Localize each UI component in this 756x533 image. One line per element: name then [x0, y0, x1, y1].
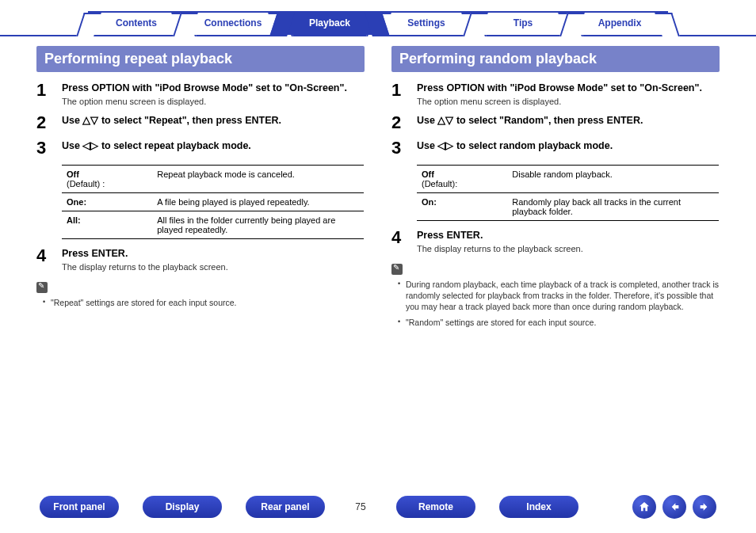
note-block: During random playback, each time playba… — [391, 261, 720, 329]
remote-button[interactable]: Remote — [396, 496, 475, 518]
column-random: Performing random playback 1 Press OPTIO… — [391, 46, 720, 333]
table-row: All: All files in the folder currently b… — [62, 211, 364, 238]
step-title: Use △▽ to select "Repeat", then press EN… — [62, 114, 365, 128]
note-item: During random playback, each time playba… — [398, 279, 720, 313]
step-number: 4 — [391, 229, 409, 253]
step-title: Use △▽ to select "Random", then press EN… — [417, 114, 720, 128]
table-row: Off(Default) : Repeat playback mode is c… — [62, 165, 364, 192]
step-number: 1 — [391, 82, 409, 106]
step-subtitle: The display returns to the playback scre… — [417, 244, 720, 253]
step-title: Press ENTER. — [417, 229, 720, 242]
note-item: "Repeat" settings are stored for each in… — [43, 297, 365, 308]
tab-connections[interactable]: Connections — [185, 11, 281, 35]
options-table-random: Off(Default): Disable random playback. O… — [417, 165, 719, 221]
index-button[interactable]: Index — [499, 496, 578, 518]
home-icon — [638, 501, 651, 513]
step-subtitle: The option menu screen is displayed. — [62, 97, 365, 106]
table-row: On: Randomly play back all tracks in the… — [417, 192, 719, 220]
step-number: 2 — [36, 114, 54, 131]
page-number: 75 — [349, 501, 372, 512]
step-title: Press OPTION with "iPod Browse Mode" set… — [417, 82, 720, 95]
step-number: 3 — [36, 139, 54, 157]
step-title: Press OPTION with "iPod Browse Mode" set… — [62, 82, 365, 95]
table-row: Off(Default): Disable random playback. — [417, 165, 719, 192]
column-repeat: Performing repeat playback 1 Press OPTIO… — [36, 46, 365, 333]
tab-playback[interactable]: Playback — [281, 11, 378, 35]
step-subtitle: The option menu screen is displayed. — [417, 97, 720, 106]
top-nav: Contents Connections Playback Settings T… — [0, 0, 756, 36]
table-row: One: A file being played is played repea… — [62, 192, 364, 211]
note-block: "Repeat" settings are stored for each in… — [36, 280, 365, 308]
display-button[interactable]: Display — [143, 496, 222, 518]
tab-appendix[interactable]: Appendix — [571, 11, 668, 35]
rear-panel-button[interactable]: Rear panel — [246, 496, 325, 518]
step-title: Use ◁▷ to select random playback mode. — [417, 139, 720, 153]
options-table-repeat: Off(Default) : Repeat playback mode is c… — [62, 165, 364, 239]
next-page-button[interactable] — [693, 495, 716, 519]
tab-settings[interactable]: Settings — [378, 11, 475, 35]
arrow-left-icon — [668, 501, 681, 513]
heading-random: Performing random playback — [391, 46, 720, 72]
arrow-right-icon — [698, 501, 711, 513]
front-panel-button[interactable]: Front panel — [40, 496, 119, 518]
step-subtitle: The display returns to the playback scre… — [62, 262, 365, 272]
heading-repeat: Performing repeat playback — [36, 46, 365, 72]
note-item: "Random" settings are stored for each in… — [398, 317, 720, 328]
tab-contents[interactable]: Contents — [88, 11, 185, 35]
prev-page-button[interactable] — [662, 495, 686, 519]
footer: Front panel Display Rear panel 75 Remote… — [0, 495, 756, 519]
tab-tips[interactable]: Tips — [475, 11, 571, 35]
step-number: 4 — [36, 247, 54, 272]
step-number: 3 — [391, 139, 409, 157]
step-number: 2 — [391, 114, 409, 131]
step-title: Use ◁▷ to select repeat playback mode. — [62, 139, 365, 153]
note-icon — [391, 264, 403, 275]
home-button[interactable] — [632, 495, 656, 519]
step-number: 1 — [36, 82, 54, 106]
step-title: Press ENTER. — [62, 247, 365, 261]
note-icon — [36, 282, 48, 293]
